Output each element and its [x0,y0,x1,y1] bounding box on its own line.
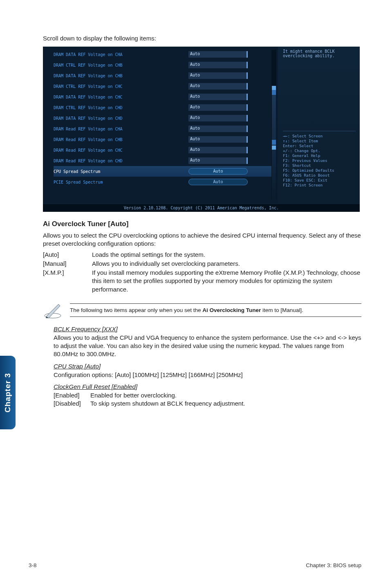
bios-hotkey-line: Enter: Select [283,144,356,148]
note-bold: Ai Overclocking Tuner [202,307,261,313]
bios-setting-value[interactable]: Auto [188,126,248,132]
bios-setting-label: DRAM DATA REF Voltage on CHD [54,116,184,121]
note-text: The following two items appear only when… [70,303,361,317]
bios-setting-row[interactable]: DRAM CTRL REF Voltage on CHCAuto [54,81,274,92]
bios-setting-value[interactable]: Auto [188,51,248,58]
scroll-down-arrow[interactable] [272,146,276,150]
clockgen-option-key: [Enabled] [54,391,90,399]
bios-setting-value[interactable]: Auto [188,136,248,143]
bios-setting-row[interactable]: DRAM DATA REF Voltage on CHDAuto [54,113,274,123]
option-key: [Manual] [43,260,92,268]
bios-setting-value[interactable]: Auto [188,94,248,100]
option-value: Loads the optimal settings for the syste… [92,251,361,259]
page-footer: 3-8 Chapter 3: BIOS setup [29,562,361,568]
scroll-thumb-top[interactable] [272,90,276,95]
bios-hotkey-line: F12: Print Screen [283,183,356,187]
bios-setting-value[interactable]: Auto [188,168,248,175]
bios-setting-row[interactable]: CPU Spread SpectrumAuto [54,166,274,177]
note-pen-icon [43,301,63,320]
scroll-up-arrow[interactable] [272,86,276,90]
bios-setting-value[interactable]: Auto [188,72,248,79]
clockgen-option-value: To skip system shutdown at BCLK frequenc… [90,399,361,408]
bios-setting-row[interactable]: DRAM DATA REF Voltage on CHBAuto [54,70,274,81]
bios-setting-value[interactable]: Auto [188,179,248,185]
bios-setting-label: DRAM CTRL REF Voltage on CHB [54,63,184,67]
bios-setting-row[interactable]: DRAM CTRL REF Voltage on CHBAuto [54,60,274,70]
bios-screenshot: DRAM DATA REF Voltage on CHAAutoDRAM CTR… [43,47,360,212]
bios-setting-row[interactable]: DRAM Read REF Voltage on CHAAuto [54,123,274,134]
note-suffix: item to [Manual]. [261,307,303,313]
option-row: [Manual]Allows you to individually set o… [43,260,361,268]
bios-setting-row[interactable]: DRAM CTRL REF Voltage on CHDAuto [54,102,274,113]
bios-setting-label: CPU Spread Spectrum [54,169,184,174]
chapter-label: Chapter 3: BIOS setup [306,562,361,568]
option-value: If you install memory modules supporting… [92,269,361,294]
bios-version-bar: Version 2.10.1208. Copyright (C) 2011 Am… [43,204,360,212]
bios-setting-label: DRAM Read REF Voltage on CHB [54,137,184,142]
option-key: [Auto] [43,251,92,259]
bios-setting-value[interactable]: Auto [188,104,248,111]
bios-help-hotkeys: →←: Select Screen↑↓: Select ItemEnter: S… [283,131,356,188]
intro-paragraph: Scroll down to display the following ite… [43,35,361,42]
bios-hotkey-line: F5: Optimized Defaults [283,168,356,173]
option-key: [X.M.P.] [43,269,92,294]
bios-setting-row[interactable]: DRAM Read REF Voltage on CHBAuto [54,134,274,145]
clockgen-title: ClockGen Full Reset [Enabled] [54,383,361,390]
bios-hotkey-line: +/-: Change Opt. [283,148,356,153]
cpu-strap-title: CPU Strap [Auto] [54,363,361,370]
bios-setting-label: DRAM DATA REF Voltage on CHB [54,74,184,78]
bios-hotkey-line: F3: Shortcut [283,163,356,168]
bios-setting-value[interactable]: Auto [188,115,248,121]
bios-setting-label: DRAM Read REF Voltage on CHD [54,159,184,163]
bios-hotkey-line: ↑↓: Select Item [283,139,356,143]
bios-setting-row[interactable]: DRAM DATA REF Voltage on CHAAuto [54,49,274,60]
bios-hotkey-line: F6: ASUS Ratio Boost [283,173,356,177]
bios-setting-label: DRAM DATA REF Voltage on CHC [54,95,184,99]
option-value: Allows you to individually set overclock… [92,260,361,268]
bios-help-description: It might enhance BCLK overclocking abili… [283,49,356,131]
bios-hotkey-line: F1: General Help [283,153,356,158]
bios-setting-label: DRAM Read REF Voltage on CHA [54,127,184,131]
bios-setting-row[interactable]: DRAM Read REF Voltage on CHCAuto [54,145,274,155]
bios-hotkey-line: →←: Select Screen [283,134,356,138]
bios-settings-list: DRAM DATA REF Voltage on CHAAutoDRAM CTR… [43,47,278,204]
page-number: 3-8 [29,562,37,568]
bios-hotkey-line: F10: Save ESC: Exit [283,178,356,182]
bios-setting-row[interactable]: PCIE Spread SpectrumAuto [54,177,274,187]
bios-setting-value[interactable]: Auto [188,83,248,90]
bios-setting-value[interactable]: Auto [188,157,248,164]
bios-setting-value[interactable]: Auto [188,147,248,153]
bios-setting-label: DRAM CTRL REF Voltage on CHD [54,105,184,110]
section-body: Allows you to select the CPU overclockin… [43,231,361,248]
bios-scrollbar[interactable] [271,50,276,200]
bios-setting-label: DRAM CTRL REF Voltage on CHC [54,84,184,89]
section-heading: Ai Overclock Tuner [Auto] [43,220,361,228]
option-row: [Auto]Loads the optimal settings for the… [43,251,361,259]
note-prefix: The following two items appear only when… [70,307,202,313]
bios-setting-value[interactable]: Auto [188,62,248,68]
clockgen-option-key: [Disabled] [54,399,90,408]
cpu-strap-body: Configuration options: [Auto] [100MHz] [… [54,371,361,379]
bios-setting-label: PCIE Spread Spectrum [54,180,184,184]
bios-setting-label: DRAM Read REF Voltage on CHC [54,148,184,153]
bios-setting-row[interactable]: DRAM Read REF Voltage on CHDAuto [54,155,274,166]
clockgen-option-row: [Disabled]To skip system shutdown at BCL… [54,399,361,408]
bios-setting-label: DRAM DATA REF Voltage on CHA [54,52,184,57]
option-row: [X.M.P.]If you install memory modules su… [43,269,361,294]
bios-setting-row[interactable]: DRAM DATA REF Voltage on CHCAuto [54,92,274,102]
bclk-body: Allows you to adjust the CPU and VGA fre… [54,334,361,359]
clockgen-option-row: [Enabled]Enabled for better overclocking… [54,391,361,399]
bclk-title: BCLK Frequency [XXX] [54,325,361,332]
scroll-thumb-bottom[interactable] [272,140,276,145]
bios-hotkey-line: F2: Previous Values [283,158,356,163]
clockgen-option-value: Enabled for better overclocking. [90,391,361,399]
